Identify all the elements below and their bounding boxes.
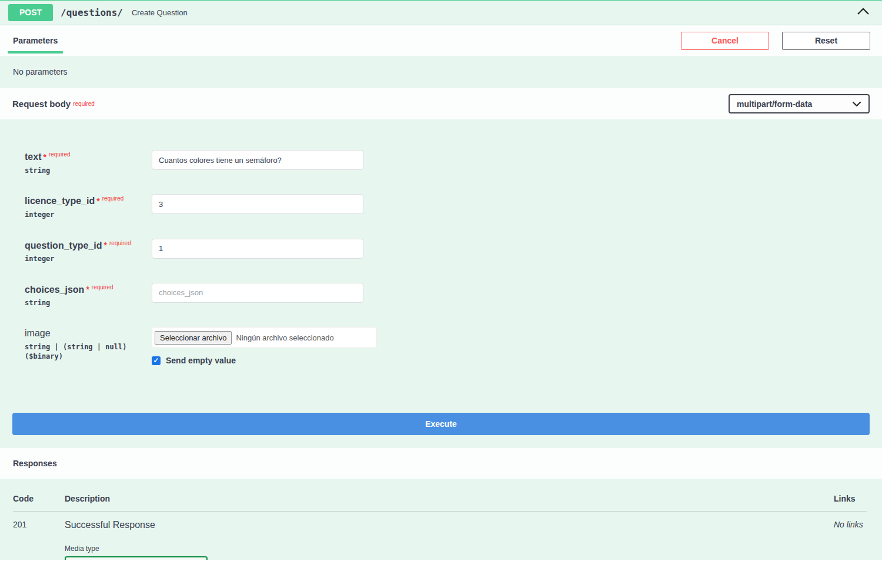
field-type: integer [25,255,152,264]
field-row-choices-json: choices_json*required string [25,283,882,308]
required-asterisk: * [43,152,46,162]
file-status-text: Ningún archivo seleccionado [236,333,333,342]
collapse-operation-button[interactable] [856,6,870,19]
request-body-title: Request body [12,99,71,109]
field-row-licence-type-id: licence_type_id*required integer [25,194,882,219]
field-row-image: image string | (string | null) ($binary)… [25,327,882,365]
send-empty-value-row: ✓ Send empty value [152,356,377,365]
content-type-select[interactable]: multipart/form-data [729,94,870,113]
required-label: required [109,240,131,246]
endpoint-path: /questions/ [61,7,123,18]
cancel-button[interactable]: Cancel [681,32,769,50]
request-body-header: Request body required multipart/form-dat… [0,88,882,119]
file-select-button[interactable]: Seleccionar archivo [155,331,232,345]
field-type-line1: string | (string | null) [25,343,152,352]
responses-title: Responses [13,459,57,468]
field-label: text*required string [25,150,152,175]
request-body-form: text*required string licence_type_id*req… [0,119,882,365]
response-description: Successful Response [65,520,834,530]
field-name-question-type-id: question_type_id [25,240,102,250]
field-label: choices_json*required string [25,283,152,308]
text-field-input[interactable] [152,150,363,170]
required-label: required [49,151,71,158]
send-empty-value-label: Send empty value [166,356,236,365]
field-label: question_type_id*required integer [25,239,152,264]
response-code: 201 [13,520,65,560]
required-label: required [92,284,113,290]
field-label: image string | (string | null) ($binary) [25,327,152,365]
request-body-required-label: required [73,101,95,107]
send-empty-value-checkbox[interactable]: ✓ [152,356,161,365]
responses-table: Code Description Links 201 Successful Re… [0,479,882,560]
responses-header: Responses [0,448,882,479]
endpoint-summary: Create Question [132,8,188,17]
field-name-text: text [25,152,41,162]
required-label: required [102,195,124,202]
method-badge: POST [8,4,53,21]
field-row-question-type-id: question_type_id*required integer [25,239,882,264]
response-links: No links [834,520,867,560]
field-type: string [25,166,152,176]
content-type-value: multipart/form-data [737,99,812,109]
reset-button[interactable]: Reset [782,32,870,50]
operation-header[interactable]: POST /questions/ Create Question [0,1,882,25]
media-type-label: Media type [65,544,834,553]
response-media-type-select[interactable]: application/json [65,556,208,560]
required-asterisk: * [96,196,99,206]
column-header-description: Description [65,494,834,503]
column-header-links: Links [834,494,867,503]
field-row-text: text*required string [25,150,882,175]
tab-parameters[interactable]: Parameters [8,25,63,56]
execute-wrapper: Execute [0,413,882,435]
parameters-toolbar: Parameters Cancel Reset [0,25,882,56]
licence-type-id-input[interactable] [152,194,363,214]
no-parameters-message: No parameters [0,56,882,88]
field-type: string [25,299,152,308]
chevron-down-icon [852,101,861,107]
field-type-line2: ($binary) [25,352,152,362]
required-asterisk: * [104,240,107,250]
field-name-choices-json: choices_json [25,284,84,294]
active-tab-underline [8,51,63,54]
response-description-cell: Successful Response Media type applicati… [65,520,834,560]
field-name-image: image [25,328,51,338]
choices-json-input[interactable] [152,283,363,303]
response-row-201: 201 Successful Response Media type appli… [13,512,867,560]
responses-table-head: Code Description Links [13,494,867,503]
execute-button[interactable]: Execute [12,413,870,435]
image-file-input[interactable]: Seleccionar archivo Ningún archivo selec… [152,327,377,348]
field-name-licence-type-id: licence_type_id [25,196,95,206]
field-type: integer [25,211,152,220]
chevron-up-icon [856,6,870,19]
tab-parameters-label: Parameters [13,36,58,45]
column-header-code: Code [13,494,65,503]
operation-block-post-questions: POST /questions/ Create Question Paramet… [0,0,882,560]
question-type-id-input[interactable] [152,239,363,259]
required-asterisk: * [86,285,89,294]
field-type: string | (string | null) ($binary) [25,343,152,361]
field-label: licence_type_id*required integer [25,194,152,219]
